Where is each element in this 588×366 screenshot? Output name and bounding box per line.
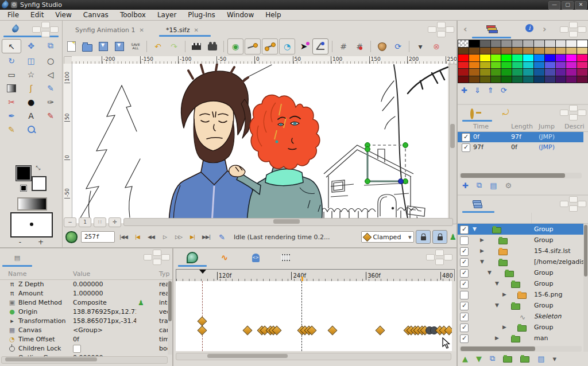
save-button[interactable] xyxy=(96,39,111,54)
parameter-row[interactable]: ▦Canvas<Group>canvas xyxy=(0,326,168,335)
draw-tool[interactable]: ✎ xyxy=(41,81,60,95)
palette-color[interactable] xyxy=(566,48,577,54)
new-file-button[interactable] xyxy=(64,39,79,54)
close-button[interactable]: ✕ xyxy=(575,1,587,10)
layer-row[interactable]: ✓▼Group xyxy=(458,224,583,235)
timetrack-vertical-scrollbar[interactable] xyxy=(452,281,456,351)
keyframe-row[interactable]: ✓0f97f(JMP) xyxy=(458,132,583,142)
parameters-horizontal-scrollbar[interactable] xyxy=(1,356,168,364)
stop-button[interactable]: ⊗ xyxy=(429,39,444,54)
timetrack-horizontal-scrollbar[interactable] xyxy=(176,353,451,360)
children-tab[interactable]: <> xyxy=(241,250,270,265)
info-tab-icon[interactable]: i xyxy=(525,24,533,32)
palette-add-color-button[interactable]: ✚ xyxy=(461,86,467,95)
palette-color[interactable] xyxy=(556,76,566,83)
column-header-value[interactable]: Value xyxy=(73,270,90,278)
layer-row[interactable]: ▶Group xyxy=(458,235,583,246)
tab-close-icon[interactable]: ✕ xyxy=(193,26,199,34)
palette-color[interactable] xyxy=(577,62,587,69)
palette-color[interactable] xyxy=(480,40,490,47)
fill-color-swatch[interactable] xyxy=(16,166,31,181)
palette-color[interactable] xyxy=(534,62,544,69)
keyframes-column-jump[interactable]: Jump xyxy=(539,123,555,130)
parameter-row[interactable]: ▸Transformation158.865071px,-31.435544tr… xyxy=(0,317,168,326)
open-file-button[interactable] xyxy=(80,39,95,54)
palette-color[interactable] xyxy=(556,62,566,69)
parameter-row[interactable]: πZ Depth0.000000real xyxy=(0,280,168,289)
menu-toolbox[interactable]: Toolbox xyxy=(115,10,151,20)
keyframes-tab-icon[interactable] xyxy=(470,108,474,119)
menu-layer[interactable]: Layer xyxy=(152,10,181,20)
palette-color[interactable] xyxy=(480,62,490,69)
current-time-field[interactable]: 257f xyxy=(81,231,115,243)
palette-color[interactable] xyxy=(501,76,512,83)
layer-row[interactable]: ✓▶man xyxy=(458,333,583,344)
menu-window[interactable]: Window xyxy=(222,10,259,20)
keyframe-add-button[interactable]: ✚ xyxy=(462,181,469,190)
palette-color[interactable] xyxy=(480,76,490,83)
keyframe-revert-tab-icon[interactable]: ⤾ xyxy=(502,108,509,118)
animate-mode-button[interactable]: ✎ xyxy=(215,231,229,243)
palette-color[interactable] xyxy=(491,48,501,54)
palette-color[interactable] xyxy=(523,76,533,83)
palette-color[interactable] xyxy=(480,69,490,76)
palette-color[interactable] xyxy=(545,76,555,83)
undo-button[interactable]: ↶ xyxy=(150,39,165,54)
seek-prev-frame-button[interactable]: ◀◀ xyxy=(144,231,158,243)
palette-color[interactable] xyxy=(501,69,512,76)
keyframes-column-descri[interactable]: Descri xyxy=(564,123,585,130)
layer-duplicate-button[interactable]: ⧉ xyxy=(490,354,495,363)
dock-tab-left-arrow[interactable]: ‹ xyxy=(463,24,467,34)
layer-checkbox[interactable]: ✓ xyxy=(460,225,469,234)
text-tool[interactable]: A xyxy=(21,109,41,122)
future-onion-button[interactable] xyxy=(312,38,328,54)
eyedrop-tool[interactable]: ✑ xyxy=(41,95,60,108)
menu-plugins[interactable]: Plug-Ins xyxy=(183,10,220,20)
onion-skin-button[interactable] xyxy=(374,39,389,54)
layer-lower-button[interactable]: ▼ xyxy=(476,355,482,363)
palette-color[interactable] xyxy=(523,62,533,69)
menu-view[interactable]: View xyxy=(50,10,76,20)
canvas-view-button-3[interactable]: ✛ xyxy=(109,217,121,227)
reset-colors-icon[interactable] xyxy=(21,185,26,191)
seek-begin-button[interactable]: |◀◀ xyxy=(117,231,130,243)
palette-color[interactable] xyxy=(545,40,555,47)
layer-row[interactable]: ✓∿Skeleton xyxy=(458,311,583,322)
palette-color[interactable] xyxy=(501,62,512,69)
expander-closed-icon[interactable]: ▶ xyxy=(480,246,484,256)
layer-checkbox[interactable]: ✓ xyxy=(460,313,469,321)
timetrack-dock-controls[interactable] xyxy=(426,250,452,264)
circle-tool[interactable]: ○ xyxy=(41,54,60,67)
render-button[interactable] xyxy=(189,39,204,54)
palette-color[interactable] xyxy=(512,40,523,47)
keyframes-horizontal-scrollbar[interactable] xyxy=(459,173,582,178)
bone-setup-icon[interactable]: ♟ xyxy=(449,232,457,242)
brush-preview[interactable] xyxy=(10,212,53,237)
menu-edit[interactable]: Edit xyxy=(25,10,49,20)
parameter-row[interactable]: ●Origin138.876925px,12.714575vector xyxy=(0,307,168,317)
parameter-row[interactable]: Children Lockbool xyxy=(0,344,168,353)
palette-color[interactable] xyxy=(523,54,533,61)
keyframes-column-length[interactable]: Length xyxy=(511,123,533,130)
palette-color[interactable] xyxy=(501,48,512,54)
layer-checkbox[interactable]: ✓ xyxy=(460,247,469,256)
palette-color[interactable] xyxy=(480,54,490,61)
more-dropdown-button[interactable]: ▾ xyxy=(413,39,428,54)
palette-open-button[interactable]: ⇑ xyxy=(488,86,494,95)
minimize-button[interactable]: — xyxy=(548,1,560,10)
divider[interactable] xyxy=(0,247,457,248)
palette-color[interactable] xyxy=(545,48,555,54)
keyframes-column-time[interactable]: Time xyxy=(473,123,489,130)
expander-open-icon[interactable]: ▼ xyxy=(473,224,477,235)
waypoint[interactable] xyxy=(197,326,207,336)
palette-color[interactable] xyxy=(512,76,523,83)
palette-color[interactable] xyxy=(512,62,523,69)
preview-button[interactable] xyxy=(205,39,220,54)
tab-close-icon[interactable]: ✕ xyxy=(138,26,144,34)
palette-color[interactable] xyxy=(534,54,544,61)
palette-color[interactable] xyxy=(469,62,479,69)
palette-color[interactable] xyxy=(469,69,479,76)
palette-color[interactable] xyxy=(534,48,544,54)
parameters-vertical-scrollbar[interactable] xyxy=(168,280,172,355)
palette-color[interactable] xyxy=(566,62,577,69)
